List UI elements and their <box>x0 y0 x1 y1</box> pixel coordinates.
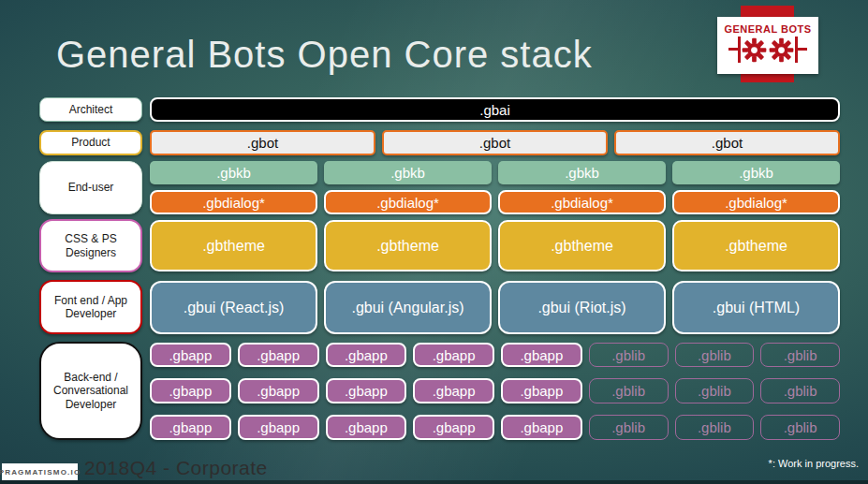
row-gbapp-2: .gbapp .gbapp .gbapp .gbapp .gbapp .gbli… <box>150 378 840 403</box>
gbapp-box: .gbapp <box>413 343 494 367</box>
gbtheme-box: .gbtheme <box>672 220 840 271</box>
gbapp-box: .gbapp <box>238 343 319 367</box>
gbot-box: .gbot <box>382 130 608 155</box>
gbapp-box: .gbapp <box>326 415 407 440</box>
gbapp-box: .gbapp <box>150 415 231 440</box>
role-label-product: Product <box>39 130 142 155</box>
gblib-box: .gblib <box>675 415 755 440</box>
row-gbtheme: .gbtheme .gbtheme .gbtheme .gbtheme <box>150 220 840 271</box>
gear-left-bar-icon <box>738 37 741 63</box>
gbapp-box: .gbapp <box>413 415 494 440</box>
gblib-box: .gblib <box>589 343 669 367</box>
general-bots-logo: GENERAL BOTS <box>717 17 818 74</box>
gbdialog-box: .gbdialog* <box>498 190 666 214</box>
gbtheme-box: .gbtheme <box>324 220 492 271</box>
gbkb-box: .gbkb <box>150 161 317 184</box>
logo-brand-text: GENERAL BOTS <box>724 23 811 35</box>
gbot-box: .gbot <box>614 130 840 155</box>
row-gbui: .gbui (React.js) .gbui (Angular.js) .gbu… <box>150 281 840 334</box>
gbui-riot-box: .gbui (Riot.js) <box>498 281 666 334</box>
gbdialog-box: .gbdialog* <box>672 190 840 214</box>
gbkb-box: .gbkb <box>672 161 840 184</box>
role-label-end-user: End-user <box>39 161 142 214</box>
gear-right-bar-icon <box>795 37 798 63</box>
row-gbai: .gbai <box>150 97 840 122</box>
bottom-edge-strip <box>0 480 868 484</box>
gbapp-box: .gbapp <box>501 415 582 440</box>
gblib-box: .gblib <box>589 415 669 440</box>
role-label-css-ps-designers: CSS & PS Designers <box>39 219 142 272</box>
gbot-box: .gbot <box>150 130 375 155</box>
gear-icon <box>742 37 767 63</box>
gbapp-box: .gbapp <box>238 378 319 403</box>
row-gbdialog: .gbdialog* .gbdialog* .gbdialog* .gbdial… <box>150 190 840 214</box>
gbapp-box: .gbapp <box>326 343 407 367</box>
double-gear-icon <box>738 37 798 63</box>
gbai-box: .gbai <box>150 97 840 122</box>
role-label-backend-developer: Back-end / Conversational Developer <box>39 342 142 440</box>
gbui-html-box: .gbui (HTML) <box>672 281 840 334</box>
gbapp-box: .gbapp <box>413 378 494 403</box>
gbkb-box: .gbkb <box>498 161 666 184</box>
page-title: General Bots Open Core stack <box>56 34 593 76</box>
gblib-box: .gblib <box>589 378 669 403</box>
gblib-box: .gblib <box>760 378 840 403</box>
row-gbot: .gbot .gbot .gbot <box>150 130 840 155</box>
gbapp-box: .gbapp <box>326 378 407 403</box>
slide: General Bots Open Core stack GENERAL BOT… <box>0 0 868 484</box>
work-in-progress-footnote: *: Work in progress. <box>769 458 859 469</box>
gbdialog-box: .gbdialog* <box>324 190 492 214</box>
gbkb-box: .gbkb <box>324 161 492 184</box>
gbtheme-box: .gbtheme <box>498 220 666 271</box>
gblib-box: .gblib <box>760 343 840 367</box>
gbui-angular-box: .gbui (Angular.js) <box>324 281 492 334</box>
pragmatismo-watermark: PRAGMATISMO.IO <box>2 463 78 480</box>
gbapp-box: .gbapp <box>501 343 582 367</box>
role-label-architect: Architect <box>39 97 142 122</box>
slide-caption: 2018Q4 - Corporate <box>84 457 268 479</box>
gbapp-box: .gbapp <box>150 378 231 403</box>
gbapp-box: .gbapp <box>238 415 319 440</box>
gblib-box: .gblib <box>675 343 755 367</box>
gbtheme-box: .gbtheme <box>150 220 317 271</box>
row-gbapp-3: .gbapp .gbapp .gbapp .gbapp .gbapp .gbli… <box>150 415 840 440</box>
gbdialog-box: .gbdialog* <box>150 190 317 214</box>
row-gbapp-1: .gbapp .gbapp .gbapp .gbapp .gbapp .gbli… <box>150 343 840 367</box>
gblib-box: .gblib <box>760 415 840 440</box>
gbapp-box: .gbapp <box>150 343 231 367</box>
gbui-react-box: .gbui (React.js) <box>150 281 317 334</box>
row-gbkb: .gbkb .gbkb .gbkb .gbkb <box>150 161 840 184</box>
role-label-frontend-developer: Font end / App Developer <box>39 280 142 334</box>
gbapp-box: .gbapp <box>501 378 582 403</box>
gblib-box: .gblib <box>675 378 755 403</box>
gear-icon <box>769 37 794 63</box>
